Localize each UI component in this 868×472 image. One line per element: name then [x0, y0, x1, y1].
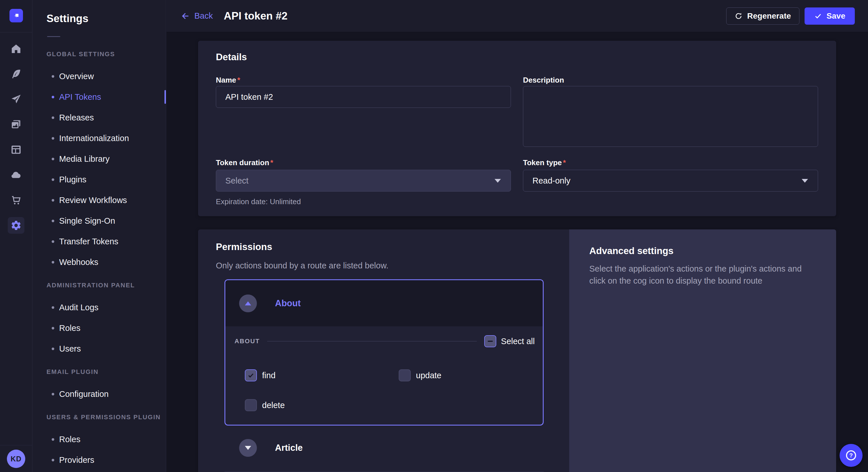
nav-item-label: Media Library — [59, 154, 110, 164]
bullet-icon — [52, 306, 54, 309]
svg-text:?: ? — [849, 452, 853, 459]
sidebar-item-configuration[interactable]: Configuration — [32, 384, 166, 404]
back-link[interactable]: Back — [181, 11, 213, 21]
triangle-up-icon — [245, 301, 251, 305]
sidebar-item-audit-logs[interactable]: Audit Logs — [32, 297, 166, 318]
checkbox-update[interactable] — [399, 369, 411, 381]
select-all-label: Select all — [501, 337, 535, 346]
token-duration-value: Select — [225, 176, 249, 186]
sidebar-item-users[interactable]: Users — [32, 338, 166, 359]
sidebar-item-roles[interactable]: Roles — [32, 429, 166, 450]
description-textarea[interactable] — [523, 86, 818, 147]
triangle-down-icon — [245, 446, 251, 450]
bullet-icon — [52, 96, 54, 98]
description-label: Description — [523, 76, 564, 85]
nav-section: EMAIL PLUGIN Configuration — [32, 366, 166, 404]
article-accordion-header[interactable]: Article — [239, 439, 303, 457]
settings-gear-icon[interactable] — [8, 217, 24, 234]
sidebar-item-providers[interactable]: Providers — [32, 450, 166, 470]
rail-divider — [0, 32, 32, 32]
permission-action-update[interactable]: update — [399, 369, 543, 381]
bullet-icon — [52, 158, 54, 160]
paper-plane-icon[interactable] — [10, 93, 22, 105]
select-all-checkbox[interactable] — [484, 335, 496, 347]
sidebar-item-media-library[interactable]: Media Library — [32, 148, 166, 169]
indeterminate-dash-icon — [488, 341, 493, 342]
bullet-icon — [52, 220, 54, 222]
details-card: Details Name* Description Token duration… — [198, 41, 836, 216]
bullet-icon — [52, 199, 54, 202]
marketplace-cart-icon[interactable] — [10, 194, 22, 206]
nav-section: USERS & PERMISSIONS PLUGIN Roles Provide… — [32, 411, 166, 470]
token-type-value: Read-only — [532, 176, 570, 186]
name-input[interactable] — [216, 86, 511, 108]
user-avatar[interactable]: KD — [7, 450, 25, 468]
nav-section: ADMINISTRATION PANEL Audit Logs Roles Us… — [32, 279, 166, 359]
settings-sidebar-title: Settings — [46, 12, 88, 25]
nav-items: Audit Logs Roles Users — [32, 297, 166, 359]
required-mark: * — [563, 158, 566, 167]
expand-button[interactable] — [239, 439, 257, 457]
check-icon — [247, 372, 255, 379]
about-accordion: About ABOUT Select all find — [224, 279, 544, 426]
sidebar-item-review-workflows[interactable]: Review Workflows — [32, 190, 166, 210]
regenerate-button[interactable]: Regenerate — [726, 7, 799, 25]
permission-action-find[interactable]: find — [245, 369, 399, 381]
required-mark: * — [237, 76, 240, 84]
home-icon[interactable] — [10, 42, 22, 55]
sidebar-item-api-tokens[interactable]: API Tokens — [32, 87, 166, 107]
chevron-down-icon — [802, 179, 808, 183]
sidebar-item-overview[interactable]: Overview — [32, 66, 166, 87]
media-library-images-icon[interactable] — [10, 118, 22, 131]
divider-line — [267, 341, 477, 341]
nav-item-label: Webhooks — [59, 258, 98, 267]
nav-item-label: Audit Logs — [59, 303, 98, 312]
nav-section-label: USERS & PERMISSIONS PLUGIN — [46, 411, 166, 423]
help-button[interactable]: ? — [840, 444, 863, 467]
token-type-select[interactable]: Read-only — [523, 170, 818, 192]
sidebar-item-roles[interactable]: Roles — [32, 318, 166, 338]
page-header: Back API token #2 Regenerate Save — [166, 0, 868, 32]
about-section-label: ABOUT — [235, 338, 260, 345]
arrow-left-icon — [181, 11, 190, 21]
nav-item-label: Transfer Tokens — [59, 237, 118, 246]
nav-item-label: Roles — [59, 435, 81, 444]
sidebar-item-releases[interactable]: Releases — [32, 107, 166, 128]
name-label: Name* — [216, 76, 240, 85]
about-accordion-header[interactable]: About — [225, 280, 543, 326]
checkbox-delete[interactable] — [245, 399, 257, 411]
details-title: Details — [216, 52, 247, 63]
strapi-logo-icon[interactable] — [9, 9, 23, 22]
token-duration-select[interactable]: Select — [216, 170, 511, 192]
bullet-icon — [52, 75, 54, 78]
collapse-button[interactable] — [239, 295, 257, 312]
sidebar-item-plugins[interactable]: Plugins — [32, 169, 166, 190]
cloud-icon[interactable] — [10, 169, 22, 181]
bullet-icon — [52, 347, 54, 350]
content-type-builder-layout-icon[interactable] — [10, 143, 22, 156]
check-icon — [814, 12, 822, 20]
content-manager-feather-icon[interactable] — [10, 68, 22, 80]
advanced-settings-description: Select the application's actions or the … — [589, 263, 819, 287]
article-accordion-title: Article — [275, 443, 303, 453]
select-all-control[interactable]: Select all — [484, 335, 535, 347]
sidebar-item-single-sign-on[interactable]: Single Sign-On — [32, 210, 166, 231]
save-button[interactable]: Save — [805, 7, 855, 25]
back-label: Back — [194, 11, 213, 21]
nav-item-label: Review Workflows — [59, 196, 127, 205]
token-duration-label: Token duration* — [216, 158, 273, 167]
permission-action-delete[interactable]: delete — [245, 399, 399, 411]
question-circle-icon: ? — [845, 449, 857, 462]
advanced-settings-panel: Advanced settings Select the application… — [569, 229, 836, 472]
bullet-icon — [52, 459, 54, 461]
nav-item-label: Releases — [59, 113, 94, 123]
bullet-icon — [52, 438, 54, 441]
sidebar-item-internationalization[interactable]: Internationalization — [32, 128, 166, 148]
sidebar-item-transfer-tokens[interactable]: Transfer Tokens — [32, 231, 166, 252]
icon-rail: KD — [0, 0, 32, 472]
permissions-title: Permissions — [216, 241, 272, 252]
checkbox-find[interactable] — [245, 369, 257, 381]
nav-item-label: Configuration — [59, 390, 109, 399]
nav-item-label: Plugins — [59, 175, 86, 184]
sidebar-item-webhooks[interactable]: Webhooks — [32, 252, 166, 272]
